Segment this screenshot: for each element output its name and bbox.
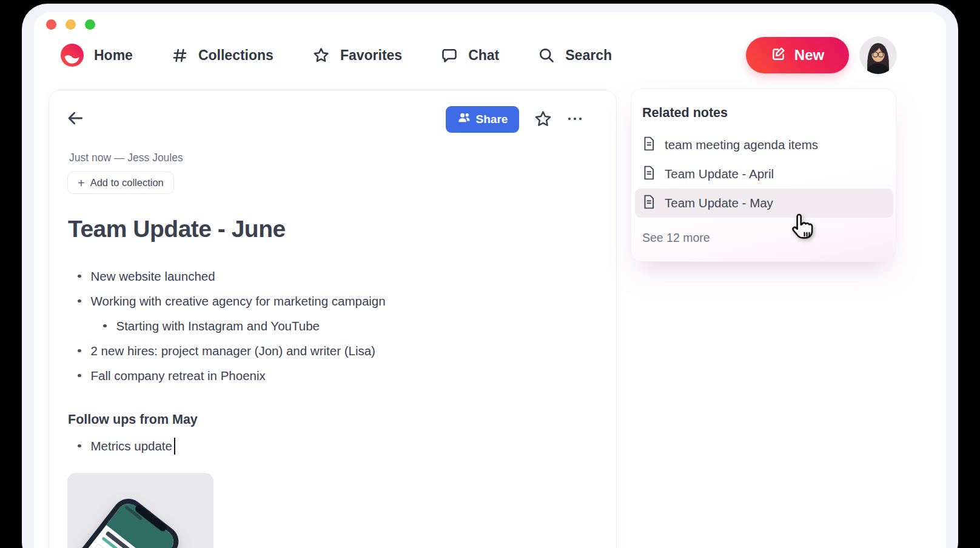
bullet-text: Metrics update — [91, 439, 172, 453]
related-note-item-hovered[interactable]: Team Update - May — [635, 189, 893, 218]
nav-search-label: Search — [565, 47, 612, 64]
bullet-text: Starting with Instagram and YouTube — [116, 319, 320, 333]
nav-favorites[interactable]: Favorites — [312, 47, 402, 64]
more-options-button[interactable] — [564, 111, 586, 128]
bullet-text: Fall company retreat in Phoenix — [91, 369, 266, 383]
see-more-link[interactable]: See 12 more — [642, 231, 710, 245]
list-item[interactable]: Starting with Instagram and YouTube — [68, 313, 589, 338]
app-window: Home Collections Favorites — [34, 12, 946, 548]
zoom-window-button[interactable] — [85, 19, 95, 30]
document-icon — [642, 165, 656, 183]
bullet-marker — [78, 299, 81, 303]
slite-logo-icon — [61, 44, 84, 67]
document-icon — [642, 195, 656, 212]
minimize-window-button[interactable] — [65, 19, 76, 30]
nav-collections[interactable]: Collections — [172, 47, 274, 64]
bullet-marker — [78, 349, 81, 353]
close-window-button[interactable] — [46, 19, 56, 30]
bullet-marker — [78, 275, 81, 278]
list-item[interactable]: Fall company retreat in Phoenix — [68, 363, 589, 388]
related-note-item[interactable]: team meeting agenda items — [635, 130, 893, 159]
add-to-collection-label: Add to collection — [90, 177, 164, 189]
bullet-text: New website launched — [91, 269, 215, 284]
user-avatar[interactable] — [859, 36, 897, 74]
share-button[interactable]: Share — [446, 106, 519, 133]
related-notes-list: team meeting agenda items Team Update - … — [635, 130, 893, 218]
bullet-text: 2 new hires: project manager (Jon) and w… — [91, 344, 375, 358]
section-heading[interactable]: Follow ups from May — [68, 412, 198, 427]
nav-favorites-label: Favorites — [340, 47, 402, 64]
attachment-image[interactable] — [67, 473, 213, 548]
nav-collections-label: Collections — [198, 47, 274, 64]
related-notes-panel: Related notes team meeting agenda items — [631, 89, 896, 262]
bullet-marker — [103, 324, 107, 328]
section-bullet-list: Metrics update — [68, 433, 432, 458]
note-meta: Just now — Jess Joules — [69, 152, 183, 164]
chat-bubble-icon — [441, 47, 458, 64]
share-label: Share — [476, 113, 508, 126]
bullet-marker — [78, 444, 81, 448]
text-caret — [174, 438, 176, 455]
list-item[interactable]: Metrics update — [68, 433, 432, 458]
plus-icon: + — [78, 177, 85, 189]
bullet-marker — [78, 374, 81, 378]
document-icon — [642, 136, 656, 154]
bullet-text: Working with creative agency for marketi… — [91, 294, 386, 309]
nav-chat[interactable]: Chat — [441, 47, 499, 64]
window-controls — [46, 19, 95, 30]
related-note-item[interactable]: Team Update - April — [635, 159, 893, 189]
add-to-collection-button[interactable]: + Add to collection — [67, 172, 174, 194]
hash-icon — [172, 47, 188, 64]
related-note-label: Team Update - May — [665, 196, 773, 210]
list-item[interactable]: Working with creative agency for marketi… — [68, 289, 589, 313]
phone-mockup — [67, 492, 185, 548]
note-bullet-list: New website launched Working with creati… — [68, 264, 589, 388]
nav-search[interactable]: Search — [538, 47, 612, 64]
note-title[interactable]: Team Update - June — [68, 216, 286, 242]
nav-home-label: Home — [94, 47, 133, 64]
star-icon — [312, 47, 330, 64]
list-item[interactable]: 2 new hires: project manager (Jon) and w… — [68, 338, 589, 363]
search-icon — [538, 47, 555, 64]
nav-chat-label: Chat — [468, 47, 499, 64]
related-notes-title: Related notes — [642, 105, 728, 121]
people-icon — [457, 111, 471, 128]
back-button[interactable] — [65, 109, 86, 129]
related-note-label: Team Update - April — [665, 167, 774, 181]
compose-icon — [771, 45, 787, 65]
related-note-label: team meeting agenda items — [665, 138, 818, 152]
new-note-label: New — [794, 47, 824, 64]
app-screenshot: Home Collections Favorites — [0, 0, 980, 548]
favorite-note-button[interactable] — [533, 110, 552, 129]
note-editor-card: Share Just now — Jess Joules + Add to co… — [49, 90, 617, 548]
list-item[interactable]: New website launched — [68, 264, 589, 289]
top-navbar: Home Collections Favorites — [61, 36, 612, 74]
nav-home[interactable]: Home — [61, 44, 133, 67]
new-note-button[interactable]: New — [746, 37, 849, 73]
